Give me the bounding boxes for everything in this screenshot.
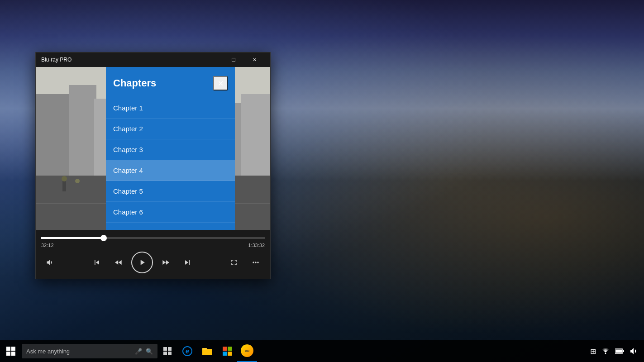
- taskbar: Ask me anything 🎤 🔍 e BD: [0, 340, 644, 362]
- svg-rect-32: [202, 348, 207, 350]
- play-icon: [138, 258, 147, 267]
- fast-forward-button[interactable]: [157, 253, 175, 272]
- rewind-button[interactable]: [110, 253, 128, 272]
- windows-store-icon: [223, 347, 232, 356]
- chapter-item-6[interactable]: Chapter 6: [106, 202, 235, 223]
- current-time: 32:12: [41, 243, 54, 248]
- more-options-icon: [251, 258, 260, 267]
- chapters-close-button[interactable]: ✕: [213, 76, 228, 90]
- svg-rect-1: [36, 94, 72, 176]
- captions-icon[interactable]: ⊞: [590, 347, 596, 356]
- svg-point-19: [62, 176, 67, 181]
- chapter-item-3[interactable]: Chapter 3: [106, 139, 235, 160]
- svg-rect-27: [163, 347, 167, 351]
- internet-explorer-button[interactable]: e: [177, 340, 197, 362]
- bluray-app-button[interactable]: BD: [237, 340, 257, 362]
- more-options-button[interactable]: [247, 253, 265, 272]
- svg-rect-36: [228, 352, 232, 356]
- svg-rect-2: [69, 85, 96, 176]
- chapters-panel: Chapters ✕ Chapter 1 Chapter 2 Chapter 3…: [106, 67, 235, 230]
- fullscreen-button[interactable]: [225, 253, 243, 272]
- prev-chapter-icon: [92, 258, 101, 267]
- svg-rect-30: [168, 352, 172, 355]
- svg-rect-29: [163, 352, 167, 355]
- svg-rect-33: [223, 347, 227, 351]
- ie-icon: e: [182, 346, 192, 356]
- video-area[interactable]: Chapters ✕ Chapter 1 Chapter 2 Chapter 3…: [36, 67, 270, 230]
- svg-rect-20: [76, 182, 79, 192]
- controls-row: [41, 252, 265, 273]
- maximize-button[interactable]: ☐: [223, 52, 244, 67]
- chapters-list[interactable]: Chapter 1 Chapter 2 Chapter 3 Chapter 4 …: [106, 98, 235, 230]
- time-display: 32:12 1:33:32: [41, 243, 265, 248]
- prev-chapter-button[interactable]: [88, 253, 106, 272]
- svg-rect-39: [623, 350, 624, 352]
- progress-bar[interactable]: [41, 237, 265, 239]
- chapters-header: Chapters ✕: [106, 67, 235, 98]
- chapter-item-4[interactable]: Chapter 4: [106, 160, 235, 181]
- total-time: 1:33:32: [248, 243, 265, 248]
- file-explorer-button[interactable]: [197, 340, 217, 362]
- close-button[interactable]: ✕: [244, 52, 265, 67]
- volume-icon: [46, 258, 55, 267]
- svg-rect-40: [616, 350, 622, 353]
- search-placeholder-text: Ask me anything: [26, 348, 70, 355]
- svg-rect-6: [241, 94, 270, 176]
- system-tray: ⊞: [590, 347, 644, 356]
- windows-logo-icon: [6, 347, 15, 356]
- window-titlebar: Blu-ray PRO ─ ☐ ✕: [36, 52, 270, 67]
- microphone-icon[interactable]: 🎤: [135, 348, 142, 355]
- wifi-icon: [601, 348, 610, 354]
- next-chapter-button[interactable]: [178, 253, 196, 272]
- fullscreen-icon: [229, 258, 239, 267]
- chapters-title: Chapters: [113, 77, 156, 89]
- volume-button[interactable]: [41, 253, 59, 272]
- file-explorer-icon: [202, 347, 212, 355]
- svg-point-21: [75, 179, 80, 183]
- battery-icon: [615, 348, 624, 354]
- svg-rect-31: [202, 349, 212, 355]
- task-view-icon: [163, 347, 172, 355]
- player-controls: 32:12 1:33:32: [36, 230, 270, 279]
- media-player-window: Blu-ray PRO ─ ☐ ✕: [35, 52, 271, 279]
- progress-thumb: [100, 235, 107, 241]
- svg-rect-28: [168, 347, 172, 351]
- taskbar-search[interactable]: Ask me anything 🎤 🔍: [22, 344, 157, 358]
- svg-point-37: [605, 353, 606, 354]
- search-icon[interactable]: 🔍: [146, 348, 153, 355]
- progress-fill: [41, 237, 104, 239]
- rewind-icon: [114, 258, 123, 267]
- next-chapter-icon: [183, 258, 192, 267]
- chapter-item-2[interactable]: Chapter 2: [106, 119, 235, 139]
- start-button[interactable]: [0, 340, 22, 362]
- task-view-button[interactable]: [157, 340, 177, 362]
- window-title: Blu-ray PRO: [41, 57, 72, 63]
- window-controls: ─ ☐ ✕: [202, 52, 265, 67]
- windows-store-button[interactable]: [217, 340, 237, 362]
- chapter-item-1[interactable]: Chapter 1: [106, 98, 235, 119]
- bluray-disc-icon: BD: [241, 344, 253, 357]
- svg-rect-35: [223, 352, 227, 356]
- volume-tray-icon[interactable]: [630, 348, 637, 355]
- fast-forward-icon: [161, 258, 170, 267]
- minimize-button[interactable]: ─: [202, 52, 223, 67]
- play-button[interactable]: [131, 252, 153, 273]
- svg-rect-18: [62, 180, 66, 191]
- svg-rect-34: [228, 347, 232, 351]
- chapter-item-5[interactable]: Chapter 5: [106, 181, 235, 202]
